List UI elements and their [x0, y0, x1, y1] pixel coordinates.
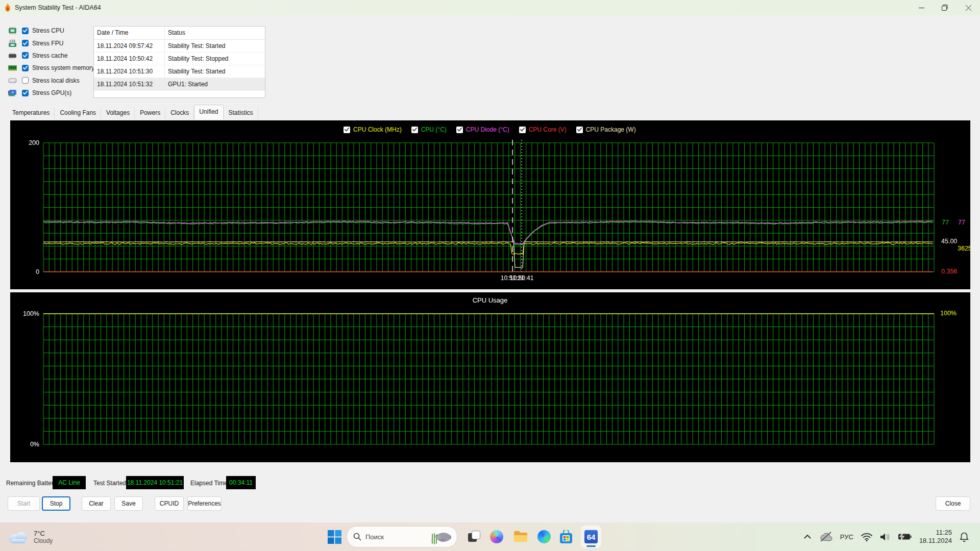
test-started-value: 18.11.2024 10:51:21: [126, 476, 184, 489]
graph-tab-strip: TemperaturesCooling FansVoltagesPowersCl…: [7, 105, 258, 119]
stress-option-stress-fpu[interactable]: 123Stress FPU: [8, 37, 63, 49]
microsoft-store-icon[interactable]: [559, 530, 573, 544]
stress-checkbox[interactable]: [22, 40, 29, 46]
volume-icon[interactable]: [880, 533, 890, 541]
title-bar: System Stability Test - AIDA64: [0, 0, 980, 15]
onedrive-offline-icon[interactable]: [819, 532, 832, 542]
tab-voltages[interactable]: Voltages: [101, 107, 135, 119]
unified-sensor-chart: CPU Clock (MHz)CPU (°C)CPU Diode (°C)CPU…: [10, 120, 970, 289]
log-row[interactable]: 18.11.2024 09:57:42Stability Test: Start…: [94, 40, 265, 53]
legend-item-cpu-clock-mhz-[interactable]: CPU Clock (MHz): [344, 126, 402, 133]
search-box[interactable]: Поиск: [347, 526, 457, 547]
elapsed-time-label: Elapsed Time:: [190, 480, 229, 487]
cpuid-button[interactable]: CPUID: [155, 496, 184, 511]
memory-module-icon: [8, 63, 17, 73]
remaining-battery-value: AC Line: [53, 476, 86, 489]
tab-statistics[interactable]: Statistics: [224, 107, 258, 119]
stress-checkbox[interactable]: [22, 65, 29, 71]
stress-checkbox[interactable]: [22, 90, 29, 96]
minimize-button[interactable]: [910, 0, 933, 15]
desktop-screen: System Stability Test - AIDA64 Stress CP…: [0, 0, 980, 551]
start-button[interactable]: Start: [8, 496, 40, 511]
cache-chip-icon: [8, 51, 17, 60]
search-highlight-manatee-image[interactable]: [430, 529, 452, 544]
tray-chevron-up-icon[interactable]: [803, 534, 812, 539]
log-status-cell: GPU1: Started: [165, 78, 265, 90]
task-view-button[interactable]: [468, 530, 481, 543]
wifi-icon[interactable]: [861, 533, 872, 541]
log-col-datetime[interactable]: Date / Time: [94, 27, 165, 39]
cpu-usage-chart: CPU Usage100%0%100%: [10, 292, 970, 462]
stop-button[interactable]: Stop: [42, 496, 70, 511]
copilot-icon[interactable]: [490, 530, 503, 543]
tray-date: 18.11.2024: [919, 537, 952, 545]
tab-cooling-fans[interactable]: Cooling Fans: [55, 107, 101, 119]
chart-legend: CPU Clock (MHz)CPU (°C)CPU Diode (°C)CPU…: [344, 126, 636, 133]
svg-text:0.356: 0.356: [941, 268, 957, 275]
log-row[interactable]: 18.11.2024 10:51:32GPU1: Started: [94, 78, 265, 91]
clear-button[interactable]: Clear: [82, 496, 111, 511]
legend-checkbox[interactable]: [456, 127, 463, 133]
aida64-app-icon: 64: [583, 529, 599, 544]
close-button[interactable]: Close: [936, 496, 970, 511]
save-button[interactable]: Save: [114, 496, 143, 511]
event-log-table[interactable]: Date / TimeStatus18.11.2024 09:57:42Stab…: [93, 26, 265, 98]
aida64-taskbar-button-active[interactable]: 64: [581, 525, 601, 548]
legend-item-cpu-core-v-[interactable]: CPU Core (V): [519, 126, 567, 133]
tab-unified[interactable]: Unified: [194, 105, 223, 119]
start-button[interactable]: [328, 530, 341, 544]
svg-text:0: 0: [36, 268, 39, 276]
stress-option-label: Stress system memory: [32, 64, 94, 71]
file-explorer-icon[interactable]: [513, 531, 528, 543]
weather-widget[interactable]: 7°C Cloudy: [7, 522, 53, 551]
test-started-label: Test Started:: [93, 480, 128, 487]
log-datetime-cell: 18.11.2024 10:50:42: [94, 53, 165, 65]
svg-text:0%: 0%: [30, 441, 39, 448]
legend-checkbox[interactable]: [344, 127, 350, 133]
log-status-cell: Stability Test: Started: [165, 40, 265, 52]
tab-powers[interactable]: Powers: [135, 107, 165, 119]
clock-widget[interactable]: 11:25 18.11.2024: [919, 529, 952, 545]
log-header-row: Date / TimeStatus: [94, 27, 265, 40]
tab-clocks[interactable]: Clocks: [165, 107, 194, 119]
log-col-status[interactable]: Status: [165, 27, 265, 39]
search-placeholder: Поиск: [365, 533, 384, 541]
preferences-button[interactable]: Preferences: [187, 496, 222, 511]
stress-option-stress-cache[interactable]: Stress cache: [8, 49, 67, 62]
active-app-indicator: [586, 545, 596, 547]
legend-checkbox[interactable]: [576, 127, 583, 133]
log-row[interactable]: 18.11.2024 10:50:42Stability Test: Stopp…: [94, 53, 265, 65]
stress-option-label: Stress GPU(s): [32, 89, 71, 96]
svg-text:45.00: 45.00: [941, 238, 957, 245]
svg-text:CPU Usage: CPU Usage: [473, 296, 508, 304]
stress-checkbox[interactable]: [22, 52, 29, 59]
language-indicator[interactable]: РУС: [840, 533, 853, 541]
log-status-cell: Stability Test: Started: [165, 65, 265, 78]
notifications-bell-icon[interactable]: [960, 532, 969, 542]
cpu-chip-icon: [8, 26, 17, 36]
battery-charging-icon[interactable]: [898, 533, 912, 540]
svg-text:100%: 100%: [940, 310, 957, 317]
close-window-button[interactable]: [957, 0, 980, 15]
legend-checkbox[interactable]: [519, 127, 526, 133]
legend-item-cpu-diode-c-[interactable]: CPU Diode (°C): [456, 126, 509, 133]
edge-browser-icon[interactable]: [537, 530, 551, 543]
log-row[interactable]: 18.11.2024 10:51:30Stability Test: Start…: [94, 65, 265, 78]
stress-checkbox[interactable]: [22, 77, 29, 84]
restore-button[interactable]: [933, 0, 957, 15]
legend-item-cpu-c-[interactable]: CPU (°C): [411, 126, 447, 133]
stress-option-stress-system-memory[interactable]: Stress system memory: [8, 62, 94, 74]
app-flame-icon: [4, 3, 12, 12]
stress-checkbox[interactable]: [22, 28, 29, 34]
stress-option-stress-cpu[interactable]: Stress CPU: [8, 24, 64, 37]
window-title: System Stability Test - AIDA64: [15, 4, 101, 11]
legend-label: CPU Diode (°C): [466, 126, 509, 133]
remaining-battery-label: Remaining Battery:: [6, 480, 58, 487]
stress-option-stress-gpu-s-[interactable]: Stress GPU(s): [8, 87, 71, 99]
legend-checkbox[interactable]: [411, 127, 418, 133]
legend-item-cpu-package-w-[interactable]: CPU Package (W): [576, 126, 636, 133]
stress-option-label: Stress cache: [32, 52, 67, 59]
stress-option-stress-local-disks[interactable]: Stress local disks: [8, 74, 80, 87]
svg-text:77: 77: [958, 219, 965, 226]
tab-temperatures[interactable]: Temperatures: [7, 107, 55, 119]
